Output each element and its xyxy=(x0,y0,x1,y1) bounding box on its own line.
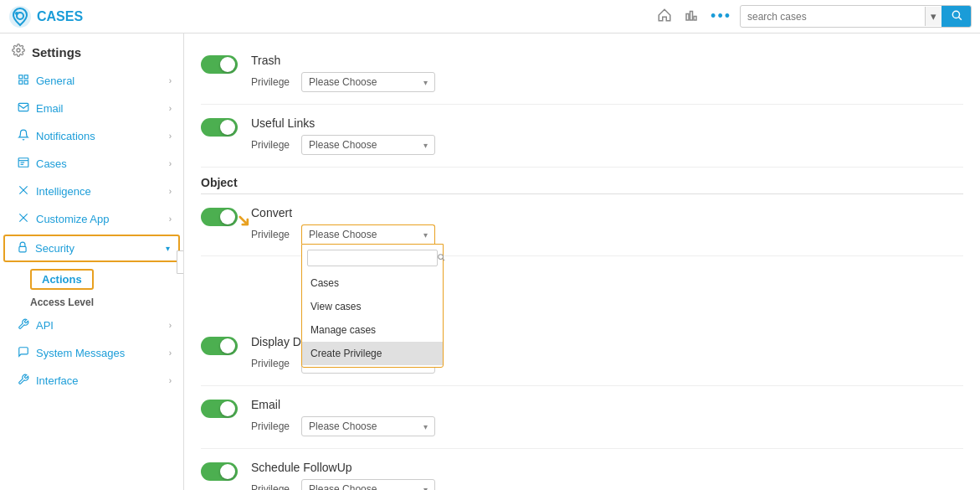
svg-point-2 xyxy=(15,12,18,15)
trash-body: Trash Privilege Please Choose ▾ xyxy=(251,54,963,92)
email-body: Email Privilege Please Choose ▾ xyxy=(251,398,963,436)
useful-links-toggle[interactable] xyxy=(201,118,238,137)
search-dropdown-btn[interactable]: ▾ xyxy=(925,7,942,26)
intelligence-label: Intelligence xyxy=(36,185,169,198)
email-select[interactable]: Please Choose ▾ xyxy=(301,416,435,436)
svg-point-8 xyxy=(17,49,20,52)
useful-links-body: Useful Links Privilege Please Choose ▾ xyxy=(251,116,963,155)
customize-app-label: Customize App xyxy=(36,213,169,225)
sidebar-item-general[interactable]: General › xyxy=(0,67,183,95)
dropdown-search-box xyxy=(307,250,438,266)
search-submit-btn[interactable] xyxy=(942,6,971,27)
email-privilege-label: Privilege xyxy=(251,420,290,432)
api-icon xyxy=(18,318,29,333)
dropdown-item-create-privilege[interactable]: Create Privilege xyxy=(302,342,443,365)
trash-select[interactable]: Please Choose ▾ xyxy=(301,72,435,92)
convert-select[interactable]: Please Choose ▾ xyxy=(301,224,435,244)
interface-label: Interface xyxy=(36,374,169,387)
email-toggle[interactable] xyxy=(201,400,238,418)
email-label: Email xyxy=(36,102,169,115)
cases-icon xyxy=(18,157,29,171)
sidebar-item-interface[interactable]: Interface › xyxy=(0,367,183,395)
email-select-value: Please Choose xyxy=(309,420,423,432)
general-chevron: › xyxy=(169,76,172,85)
interface-icon xyxy=(18,374,29,388)
search-bar: ▾ xyxy=(740,5,972,28)
search-input[interactable] xyxy=(741,8,925,26)
svg-rect-12 xyxy=(24,80,28,84)
app-logo[interactable]: CASES xyxy=(8,5,176,28)
display-dropdown-toggle[interactable] xyxy=(201,337,238,355)
sidebar-item-notifications[interactable]: Notifications › xyxy=(0,122,183,150)
trash-select-container: Please Choose ▾ xyxy=(301,72,435,92)
home-icon[interactable] xyxy=(657,8,672,26)
sidebar-item-system-messages[interactable]: System Messages › xyxy=(0,339,183,367)
svg-point-23 xyxy=(439,255,444,260)
cases-chevron: › xyxy=(169,159,172,168)
convert-title: Convert xyxy=(251,206,963,219)
trash-select-value: Please Choose xyxy=(309,76,423,88)
interface-chevron: › xyxy=(169,376,172,385)
useful-links-privilege-row: Privilege Please Choose ▾ xyxy=(251,135,963,155)
svg-point-6 xyxy=(952,11,959,18)
sidebar-collapse-btn[interactable]: ‹ xyxy=(177,250,184,274)
email-title: Email xyxy=(251,398,963,411)
topbar-icons: ••• xyxy=(657,8,731,26)
convert-privilege-row: Privilege Please Choose ▾ xyxy=(251,224,963,244)
convert-row: ➜ Convert Privilege Please Choose ▾ xyxy=(201,194,963,256)
svg-rect-5 xyxy=(694,16,696,20)
api-label: API xyxy=(36,319,169,332)
gear-icon xyxy=(12,44,25,60)
notifications-label: Notifications xyxy=(36,130,169,142)
sidebar-item-customize-app[interactable]: Customize App › xyxy=(0,205,183,233)
schedule-followup-select-container: Please Choose ▾ xyxy=(301,479,435,490)
intelligence-chevron: › xyxy=(169,187,172,196)
svg-rect-3 xyxy=(686,13,689,20)
email-icon xyxy=(18,101,29,116)
schedule-followup-title: Schedule FollowUp xyxy=(251,461,963,474)
useful-links-title: Useful Links xyxy=(251,116,963,130)
email-chevron: › xyxy=(169,104,172,113)
system-messages-icon xyxy=(18,346,29,360)
general-label: General xyxy=(36,75,169,87)
more-icon[interactable]: ••• xyxy=(711,8,731,25)
security-chevron: ▾ xyxy=(166,244,170,253)
sidebar-item-email[interactable]: Email › xyxy=(0,95,183,122)
convert-body: Convert Privilege Please Choose ▾ xyxy=(251,206,963,244)
sidebar-item-actions[interactable]: Actions xyxy=(30,269,94,290)
sidebar-item-api[interactable]: API › xyxy=(0,312,183,339)
schedule-followup-privilege-row: Privilege Please Choose ▾ xyxy=(251,479,963,490)
content-area: Trash Privilege Please Choose ▾ xyxy=(184,34,980,490)
api-chevron: › xyxy=(169,321,172,330)
chart-icon[interactable] xyxy=(684,8,699,26)
svg-rect-13 xyxy=(18,103,28,111)
dropdown-item-view-cases[interactable]: View cases xyxy=(302,295,443,318)
schedule-followup-privilege-label: Privilege xyxy=(251,483,290,490)
svg-rect-10 xyxy=(24,75,28,79)
trash-privilege-label: Privilege xyxy=(251,76,290,88)
logo-icon xyxy=(8,5,32,28)
sidebar-item-security[interactable]: Security ▾ xyxy=(3,235,180,262)
notifications-icon xyxy=(18,129,29,143)
dropdown-item-cases[interactable]: Cases xyxy=(302,271,443,295)
useful-links-select[interactable]: Please Choose ▾ xyxy=(301,135,435,155)
sidebar-item-cases[interactable]: Cases › xyxy=(0,150,183,178)
dropdown-item-manage-cases[interactable]: Manage cases xyxy=(302,318,443,342)
intelligence-icon xyxy=(18,184,29,199)
convert-toggle[interactable]: ➜ xyxy=(201,208,238,226)
system-messages-label: System Messages xyxy=(36,347,169,359)
sidebar-item-intelligence[interactable]: Intelligence › xyxy=(0,178,183,205)
svg-rect-11 xyxy=(19,80,23,84)
schedule-followup-select[interactable]: Please Choose ▾ xyxy=(301,479,435,490)
useful-links-privilege-label: Privilege xyxy=(251,139,290,151)
useful-links-select-arrow: ▾ xyxy=(423,141,428,150)
schedule-followup-select-arrow: ▾ xyxy=(423,485,428,491)
security-label: Security xyxy=(35,242,166,255)
schedule-followup-toggle[interactable] xyxy=(201,462,238,481)
trash-privilege-row: Privilege Please Choose ▾ xyxy=(251,72,963,92)
trash-toggle[interactable] xyxy=(201,55,238,74)
dropdown-search-input[interactable] xyxy=(311,252,437,264)
customize-icon xyxy=(18,212,29,226)
useful-links-select-value: Please Choose xyxy=(309,139,423,151)
display-dropdown-privilege-label: Privilege xyxy=(251,358,290,369)
